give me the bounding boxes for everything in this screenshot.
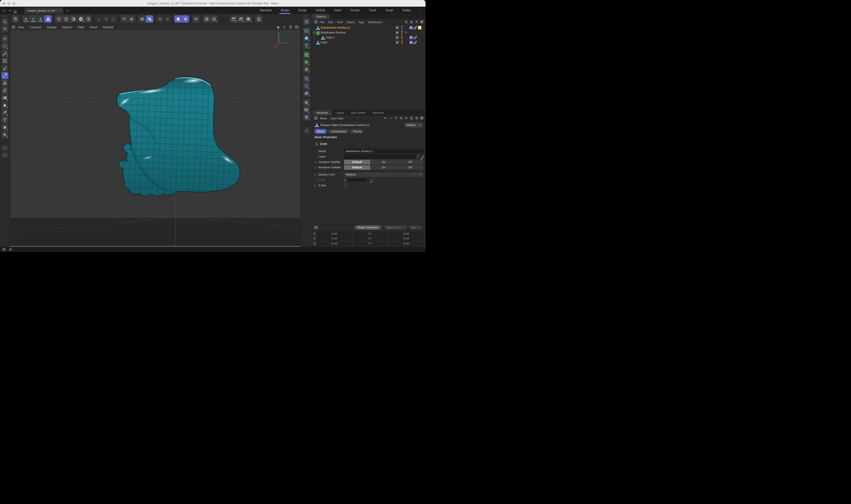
light-object-button[interactable] (303, 99, 310, 106)
arrow-right-button[interactable] (389, 116, 392, 120)
position-x-field[interactable]: 0 cm (317, 232, 352, 236)
object-tree-row[interactable]: Cube.1 (312, 35, 425, 40)
workspace-tab-sculpt[interactable]: Sculpt (294, 7, 311, 14)
object-tree-row[interactable]: Subdivision Surface.1 (312, 25, 425, 30)
attributes-menu-mode[interactable]: Mode (320, 117, 327, 120)
tab-structure[interactable]: Structure (369, 110, 388, 115)
workspace-tab-track[interactable]: Track (364, 7, 381, 14)
motext-button[interactable] (303, 42, 310, 49)
objects-menu-bookmarks[interactable]: Bookmarks (368, 21, 383, 24)
workspace-tab-groom[interactable]: Groom (346, 7, 364, 14)
magnify-tool-button[interactable] (1, 131, 8, 138)
shape-tool-button[interactable] (1, 124, 8, 131)
blur-tool-button[interactable] (1, 102, 8, 109)
object-name[interactable]: Subdivision Surface (321, 31, 346, 34)
scale-z-field[interactable]: 0 cm (389, 241, 424, 246)
model-mode-button[interactable] (77, 15, 85, 23)
chevron-right-icon[interactable]: ❯ (344, 179, 346, 181)
paint-brush-tool-button[interactable] (1, 72, 8, 79)
paint-palette-drag-handle[interactable] (2, 15, 8, 17)
new-tab-button[interactable]: + (66, 8, 69, 13)
world-coordinates-toggle-button[interactable] (44, 15, 52, 23)
smudge-tool-button[interactable] (1, 109, 8, 116)
status-menu-icon[interactable] (2, 247, 6, 251)
rotation-y-field[interactable]: 0 ° (353, 236, 388, 241)
gradient-tool-button[interactable] (1, 94, 8, 101)
stamp-tool-button[interactable] (1, 79, 8, 86)
volume-builder-button[interactable] (303, 58, 310, 66)
rotation-x-field[interactable]: 0 ° (353, 232, 388, 236)
preset-dropdown[interactable]: Default ▼ (404, 123, 423, 127)
objects-menu-tags[interactable]: Tags (358, 21, 364, 24)
lock-z-axis-button[interactable]: Z (37, 15, 44, 23)
workspace-tab-standard[interactable]: Standard (255, 7, 276, 14)
workplane-settings-button[interactable] (103, 15, 110, 23)
viewport-menu-options[interactable]: Options (62, 25, 72, 29)
phong-tag-icon[interactable] (409, 36, 413, 39)
objects-menu-view[interactable]: View (337, 21, 343, 24)
viewport-menu-view[interactable]: View (18, 25, 24, 29)
quantize-toggle-button[interactable] (138, 15, 146, 23)
rotation-z-field[interactable]: 0 ° (353, 241, 388, 246)
object-palette-drag-handle[interactable] (303, 15, 310, 17)
workspace-overflow-icon[interactable]: ⋮ (416, 8, 422, 12)
position-y-field[interactable]: 0 cm (317, 236, 352, 241)
object-manager-menu-icon[interactable] (314, 20, 318, 24)
falloff-toggle-button[interactable] (156, 15, 164, 23)
viewport-menu-filter[interactable]: Filter (77, 25, 84, 29)
symmetry-toggle-button[interactable] (174, 15, 182, 23)
render-settings-button[interactable] (245, 15, 252, 23)
uvw-tag-icon[interactable] (414, 41, 417, 44)
texture-tag-icon[interactable] (418, 26, 422, 30)
tab-axis-center[interactable]: Axis Center (348, 110, 369, 115)
lock-x-axis-button[interactable]: X (22, 15, 30, 23)
edit-toggle-icon[interactable] (395, 41, 399, 44)
record-button[interactable] (415, 116, 418, 120)
edit-toggle-icon[interactable] (395, 36, 399, 39)
eyedropper-tool-button[interactable] (1, 65, 8, 72)
section-tab-phong[interactable]: Phong (350, 129, 364, 133)
disable-x-icon[interactable]: ✕ (404, 31, 408, 34)
lock-y-axis-button[interactable]: Y (30, 15, 37, 23)
filter-button[interactable] (415, 20, 418, 24)
arrow-up-button[interactable] (394, 116, 398, 120)
subdivision-surface-generator-button[interactable] (303, 51, 310, 58)
edit-toggle-icon[interactable] (395, 26, 399, 29)
attribute-menu-icon[interactable] (314, 116, 318, 120)
document-tab[interactable]: dragon_plushy_b.c4d * × (24, 7, 63, 14)
orbit-button[interactable] (288, 25, 292, 29)
objects-menu-file[interactable]: File (320, 21, 324, 24)
viewport-menu-redshift[interactable]: Redshift (103, 25, 113, 29)
renderer-visibility-off[interactable]: Off (397, 165, 423, 170)
workplane-tool-button[interactable] (95, 15, 103, 23)
viewport-canvas[interactable]: Y Z X (10, 30, 301, 247)
material-editor-button[interactable] (303, 127, 310, 134)
eyedropper-icon[interactable] (420, 155, 423, 158)
visibility-dots[interactable] (401, 41, 403, 44)
scale-y-field[interactable]: 0 cm (389, 236, 424, 241)
tab-objects[interactable]: Objects (312, 14, 330, 19)
name-field[interactable]: Subdivision Surface.1 (344, 149, 423, 153)
move-tool-button[interactable] (1, 35, 8, 42)
scale-x-field[interactable]: 0 cm (389, 232, 424, 236)
workspace-tab-model[interactable]: Model (276, 7, 294, 14)
snap-settings-button[interactable] (128, 15, 135, 23)
render-view-button[interactable] (230, 15, 237, 23)
interactive-render-region-button[interactable] (255, 15, 263, 23)
viewport-menu-display[interactable]: Display (47, 25, 56, 29)
auto-mode-button[interactable]: A (210, 15, 218, 23)
edit-toggle-icon[interactable] (395, 31, 399, 34)
falloff-settings-button[interactable] (164, 15, 171, 23)
dolly-button[interactable] (282, 25, 286, 29)
coordinate-mode-dropdown[interactable]: Object (Rel)▼ (384, 225, 407, 230)
house-button[interactable] (410, 20, 413, 24)
transform-tool-button[interactable] (1, 57, 8, 64)
coordinate-menu-icon[interactable] (314, 226, 318, 229)
filter-button[interactable] (405, 116, 408, 120)
visibility-dots[interactable] (401, 26, 403, 29)
object-tree-row[interactable]: Subdivision Surface✕ (312, 30, 425, 35)
objects-menu-edit[interactable]: Edit (328, 21, 333, 24)
render-picture-viewer-button[interactable] (237, 15, 245, 23)
polygons-mode-button[interactable] (70, 15, 77, 23)
viewport-visibility-off[interactable]: Off (397, 160, 423, 164)
